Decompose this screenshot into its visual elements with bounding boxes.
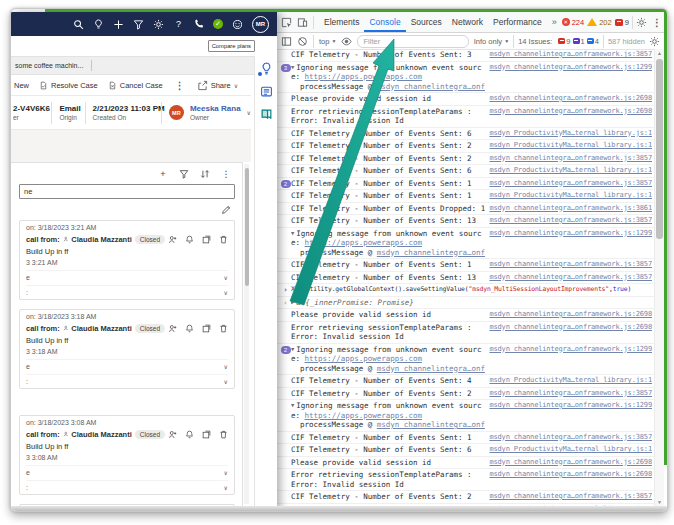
source-link[interactable]: msdyn_channelintegra…onframework.js:3861 xyxy=(485,204,652,214)
search-icon[interactable] xyxy=(73,19,84,30)
feedback-smiley-icon[interactable] xyxy=(232,19,243,30)
knowledge-search-icon[interactable] xyxy=(260,108,273,121)
open-record-icon[interactable] xyxy=(202,324,211,333)
open-record-icon[interactable] xyxy=(202,430,211,439)
card-expander[interactable]: :∨ xyxy=(26,285,228,296)
scrollbar-thumb[interactable] xyxy=(656,59,663,239)
contact-name[interactable]: Claudia Mazzanti xyxy=(71,324,131,333)
source-link[interactable]: msdyn_channelintegra…onframework.js:1299 xyxy=(485,401,652,411)
expand-triangle-icon[interactable]: ▼ xyxy=(291,230,294,236)
timeline-add-icon[interactable]: + xyxy=(158,169,168,179)
session-tab[interactable]: some coffee machin... xyxy=(15,62,83,69)
clear-console-icon[interactable] xyxy=(297,36,308,47)
filter-icon[interactable] xyxy=(133,19,144,30)
expand-triangle-icon[interactable]: ▶ xyxy=(291,299,294,305)
scroll-up-arrow[interactable]: ▲ xyxy=(655,49,664,57)
stack-source-link[interactable]: msdyn_channelintegra…onframework.js:1299 xyxy=(377,364,486,373)
agent-scripts-icon[interactable] xyxy=(260,85,273,98)
source-link[interactable]: msdyn_channelintegra…onframework.js:3857 xyxy=(485,389,652,399)
devtools-settings-icon[interactable] xyxy=(636,17,647,28)
reminder-icon[interactable] xyxy=(185,430,194,439)
delete-icon[interactable] xyxy=(219,324,228,333)
assign-icon[interactable] xyxy=(168,324,177,333)
tab-sources[interactable]: Sources xyxy=(406,12,447,32)
tab-elements[interactable]: Elements xyxy=(319,12,364,32)
event-source-link[interactable]: https://apps.powerapps.com xyxy=(305,411,422,420)
help-icon[interactable]: ? xyxy=(173,19,184,30)
source-link[interactable]: msdyn_channelintegra…onframework.js:3857 xyxy=(485,179,652,189)
new-button[interactable]: New xyxy=(14,81,29,90)
console-settings-icon[interactable] xyxy=(649,36,660,47)
tab-performance[interactable]: Performance xyxy=(488,12,547,32)
source-link[interactable]: msdyn_channelintegra…onframework.js:3857 xyxy=(485,216,652,226)
source-link[interactable]: msdyn_channelintegra…onframework.js:3857 xyxy=(485,260,652,270)
timeline-more-icon[interactable]: ⋮ xyxy=(221,169,231,179)
cancel-case-button[interactable]: Cancel Case xyxy=(108,81,163,90)
source-link[interactable]: msdyn_channelintegra…onframework.js:2698 xyxy=(485,458,652,468)
contact-name[interactable]: Claudia Mazzanti xyxy=(71,235,131,244)
device-toolbar-icon[interactable] xyxy=(297,17,308,28)
owner-avatar[interactable]: MR xyxy=(169,105,184,120)
expand-triangle-icon[interactable]: ▼ xyxy=(291,346,294,352)
reminder-icon[interactable] xyxy=(185,235,194,244)
devtools-close-icon[interactable]: ✕ xyxy=(667,17,668,27)
inspect-element-icon[interactable] xyxy=(281,17,292,28)
card-expander[interactable]: e∨ xyxy=(26,359,228,370)
context-selector[interactable]: top ▼ xyxy=(319,37,336,46)
delete-icon[interactable] xyxy=(219,235,228,244)
open-record-icon[interactable] xyxy=(202,235,211,244)
lightbulb-icon[interactable] xyxy=(93,19,104,30)
stack-source-link[interactable]: msdyn_channelintegra…onframework.js:1299 xyxy=(377,420,486,429)
source-link[interactable]: msdyn_channelintegra…onframework.js:3857 xyxy=(485,492,652,502)
phone-icon[interactable] xyxy=(193,19,204,30)
stack-source-link[interactable]: msdyn_channelintegra…onframework.js:1299 xyxy=(377,248,486,257)
presence-available-icon[interactable]: ✓ xyxy=(213,19,223,29)
source-link[interactable]: msdyn_channelintegra…onframework.js:2698 xyxy=(485,107,652,117)
owner-name-link[interactable]: Meeska Rana xyxy=(190,104,241,113)
settings-gear-icon[interactable] xyxy=(153,19,164,30)
live-expression-eye-icon[interactable] xyxy=(341,36,352,47)
console-filter-input[interactable]: Filter xyxy=(357,35,468,48)
event-source-link[interactable]: https://apps.powerapps.com xyxy=(305,72,422,81)
devtools-menu-icon[interactable]: ⋮ xyxy=(650,17,664,28)
source-link[interactable]: msdyn_channelintegra…onframework.js:3857 xyxy=(485,50,652,60)
source-link[interactable]: msdyn_channelintegra…onframework.js:2698 xyxy=(485,323,652,333)
source-link[interactable]: msdyn_channelintegra…onframework.js:3857 xyxy=(485,154,652,164)
crm-scrollbar-thumb[interactable] xyxy=(245,168,249,286)
warning-count[interactable]: 202 xyxy=(587,18,612,27)
source-link[interactable]: msdyn_ProductivityMa…ternal_library.js:1 xyxy=(485,445,652,455)
timeline-card[interactable]: on: 3/18/2023 3:21 AMcall from:Claudia M… xyxy=(19,220,235,300)
source-link[interactable]: msdyn_channelintegra…onframework.js:2698 xyxy=(485,310,652,320)
contact-name[interactable]: Claudia Mazzanti xyxy=(71,430,131,439)
card-expander[interactable]: e∨ xyxy=(26,270,228,281)
timeline-filter-icon[interactable] xyxy=(179,169,189,179)
source-link[interactable]: msdyn_channelintegra…onframework.js:2698 xyxy=(485,470,652,480)
crm-scrollbar[interactable] xyxy=(244,164,249,504)
expand-triangle-icon[interactable]: ▼ xyxy=(291,64,294,70)
event-source-link[interactable]: https://apps.powerapps.com xyxy=(305,354,422,363)
source-link[interactable]: msdyn_channelintegra…onframework.js:3857 xyxy=(485,433,652,443)
source-link[interactable]: msdyn_ProductivityMa…ternal_library.js:1 xyxy=(485,166,652,176)
issues-summary[interactable]: 14 Issues: xyxy=(518,37,552,46)
timeline-note-row[interactable] xyxy=(11,204,237,215)
source-link[interactable]: msdyn_ProductivityMa…ternal_library.js:1 xyxy=(485,141,652,151)
card-expander[interactable]: e∨ xyxy=(26,465,228,476)
delete-icon[interactable] xyxy=(219,430,228,439)
timeline-card[interactable]: on: 3/18/2023 3:18 AMcall from:Claudia M… xyxy=(19,309,235,389)
add-icon[interactable] xyxy=(113,19,124,30)
resolve-case-button[interactable]: Resolve Case xyxy=(39,81,98,90)
tab-console[interactable]: Console xyxy=(364,12,405,32)
source-link[interactable]: msdyn_ProductivityMa…ternal_library.js:1 xyxy=(485,191,652,201)
share-button[interactable]: Share∨ xyxy=(197,80,238,91)
command-overflow-icon[interactable]: ⋮ xyxy=(173,80,187,91)
timeline-card[interactable]: on: 3/18/2023 3:08 AMcall from:Claudia M… xyxy=(19,415,235,495)
expand-triangle-icon[interactable]: ▼ xyxy=(291,402,294,408)
user-avatar[interactable]: MR xyxy=(252,16,269,33)
reminder-icon[interactable] xyxy=(185,324,194,333)
card-expander[interactable]: :∨ xyxy=(26,374,228,385)
source-link[interactable]: msdyn_channelintegra…onframework.js:3857 xyxy=(485,273,652,283)
timeline-sort-icon[interactable] xyxy=(200,169,210,179)
error-count[interactable]: ✕224 xyxy=(562,18,585,27)
compare-plans-button[interactable]: Compare plans xyxy=(208,40,255,52)
stack-source-link[interactable]: msdyn_channelintegra…onframework.js:1299 xyxy=(377,82,486,91)
